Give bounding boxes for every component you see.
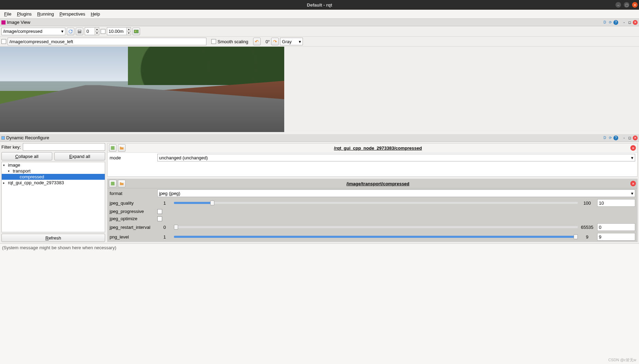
filter-label: Filter key: — [1, 144, 21, 150]
menu-running[interactable]: Running — [35, 11, 56, 17]
format-dropdown[interactable]: jpeg (jpeg)▾ — [157, 189, 635, 197]
camera-image — [0, 47, 284, 132]
dynreconf-title: Dynamic Reconfigure — [6, 135, 49, 140]
jpeg-progressive-label: jpeg_progressive — [110, 209, 155, 214]
spin-down-icon[interactable]: ▼ — [95, 31, 99, 35]
group2-title: /image/transport/compressed — [126, 181, 630, 186]
filter-input[interactable] — [23, 143, 105, 151]
jpeg-quality-slider[interactable] — [174, 202, 578, 204]
topic-dropdown[interactable]: /image/compressed▾ — [1, 28, 65, 35]
refresh-icon — [68, 29, 73, 34]
dyn-panel-float-icon[interactable]: ◻ — [627, 136, 632, 140]
window-titlebar: Default - rqt – ▢ ✕ — [0, 0, 639, 10]
folder-icon — [119, 146, 124, 150]
group2-open-button[interactable] — [118, 180, 126, 187]
imageview-toolbar-2: Smooth scaling ↶ 0° ↷ Gray▾ — [0, 37, 639, 47]
tree-node-rqtnode[interactable]: ▸rqt_gui_cpp_node_2973383 — [2, 180, 105, 186]
image-settings-button[interactable] — [132, 28, 140, 35]
disk-icon — [110, 146, 115, 150]
dyn-badge-reload-icon[interactable]: ⟳ — [608, 136, 613, 140]
mode-dropdown[interactable]: unchanged (unchanged)▾ — [157, 154, 635, 161]
save-icon — [77, 29, 82, 34]
dynreconf-panel-header: Dynamic Reconfigure D ⟳ ? - ◻ ✕ — [0, 134, 639, 142]
jpeg-restart-slider[interactable] — [174, 226, 578, 228]
dynreconf-left-pane: Filter key: Collapse all Expand all ▾ima… — [1, 143, 105, 242]
group1-close-button[interactable]: ✕ — [630, 145, 636, 151]
svg-rect-2 — [134, 30, 138, 33]
expand-all-button[interactable]: Expand all — [54, 152, 105, 160]
dyn-badge-help-icon[interactable]: ? — [613, 136, 618, 140]
panel-minimize-icon[interactable]: - — [622, 20, 627, 25]
zoom-down-icon[interactable]: ▼ — [127, 31, 131, 35]
disk-icon — [110, 181, 115, 186]
jpeg-quality-label: jpeg_quality — [110, 200, 155, 206]
checkbox-1[interactable] — [101, 29, 105, 34]
jpeg-quality-input[interactable] — [597, 199, 635, 207]
group2-close-button[interactable]: ✕ — [630, 181, 636, 186]
dyn-panel-close-icon[interactable]: ✕ — [633, 136, 638, 140]
format-label: format — [110, 191, 155, 196]
watermark: CSDN @c皆无w — [608, 357, 636, 363]
imageview-icon — [1, 20, 6, 25]
colormode-dropdown[interactable]: Gray▾ — [280, 38, 303, 45]
save-button[interactable] — [76, 28, 83, 35]
dyn-panel-minimize-icon[interactable]: - — [622, 136, 627, 140]
svg-rect-4 — [111, 146, 115, 150]
menu-file[interactable]: File — [2, 11, 13, 17]
param-group-image-compressed: /image/transport/compressed ✕ format jpe… — [107, 179, 638, 242]
menu-plugins[interactable]: Plugins — [15, 11, 34, 17]
refresh-button[interactable]: Refresh — [1, 234, 105, 242]
jpeg-restart-input[interactable] — [597, 223, 635, 231]
node-tree[interactable]: ▾image ▾transport compressed ▸rqt_gui_cp… — [1, 162, 105, 232]
png-level-label: png_level — [110, 234, 155, 240]
refresh-topics-button[interactable] — [67, 28, 74, 35]
zoom-up-icon[interactable]: ▲ — [127, 28, 131, 31]
publish-click-checkbox[interactable] — [1, 39, 6, 44]
badge-reload-icon[interactable]: ⟳ — [608, 20, 613, 25]
menu-help[interactable]: Help — [89, 11, 102, 17]
group1-save-button[interactable] — [109, 144, 117, 152]
zoom-input[interactable] — [107, 28, 127, 35]
svg-rect-5 — [111, 182, 115, 186]
tree-node-transport[interactable]: ▾transport — [2, 168, 105, 174]
spin-up-icon[interactable]: ▲ — [95, 28, 99, 31]
jpeg-optimize-checkbox[interactable] — [157, 216, 162, 221]
group2-save-button[interactable] — [109, 180, 117, 187]
group1-title: /rqt_gui_cpp_node_2973383/compressed — [126, 146, 630, 151]
rotate-left-icon: ↶ — [255, 39, 259, 44]
minimize-button[interactable]: – — [615, 2, 621, 8]
panel-float-icon[interactable]: ◻ — [627, 20, 632, 25]
dynreconf-body: Filter key: Collapse all Expand all ▾ima… — [0, 142, 639, 243]
png-level-slider[interactable] — [174, 236, 578, 238]
imageview-title: Image View — [7, 20, 30, 25]
mouse-topic-input[interactable] — [8, 38, 206, 45]
num-gridlines-input[interactable] — [85, 28, 95, 35]
jpeg-restart-label: jpeg_restart_interval — [110, 225, 155, 230]
rotate-left-button[interactable]: ↶ — [253, 38, 261, 45]
jpeg-progressive-checkbox[interactable] — [157, 209, 162, 214]
folder-icon — [119, 181, 124, 186]
badge-help-icon[interactable]: ? — [613, 20, 618, 25]
group1-open-button[interactable] — [118, 144, 126, 152]
maximize-button[interactable]: ▢ — [624, 2, 629, 8]
tree-node-image[interactable]: ▾image — [2, 162, 105, 168]
dyn-badge-d-icon[interactable]: D — [602, 136, 607, 140]
rotation-label: 0° — [266, 39, 270, 44]
panel-close-icon[interactable]: ✕ — [633, 20, 638, 25]
menubar: File Plugins Running Perspectives Help — [0, 10, 639, 19]
png-level-input[interactable] — [597, 233, 635, 241]
menu-perspectives[interactable]: Perspectives — [57, 11, 87, 17]
imageview-toolbar-1: /image/compressed▾ ▲ ▼ ▲ ▼ — [0, 26, 639, 37]
svg-rect-1 — [78, 30, 81, 31]
smooth-scaling-checkbox[interactable] — [211, 39, 216, 44]
badge-d-icon[interactable]: D — [602, 20, 607, 25]
close-button[interactable]: ✕ — [632, 2, 638, 8]
system-message-area: (System message might be shown here when… — [0, 243, 639, 364]
dynreconf-right-pane: /rqt_gui_cpp_node_2973383/compressed ✕ m… — [107, 143, 638, 242]
tree-node-compressed[interactable]: compressed — [2, 174, 105, 180]
imageview-body — [0, 47, 639, 132]
collapse-all-button[interactable]: Collapse all — [1, 152, 52, 160]
param-group-rqtnode: /rqt_gui_cpp_node_2973383/compressed ✕ m… — [107, 143, 638, 177]
dynreconf-icon — [1, 136, 5, 140]
rotate-right-button[interactable]: ↷ — [271, 38, 279, 45]
